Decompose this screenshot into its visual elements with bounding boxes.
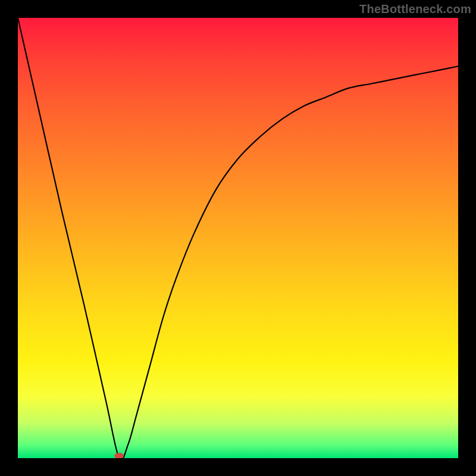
curve-line	[18, 18, 458, 458]
attribution-label: TheBottleneck.com	[359, 2, 471, 16]
curve-svg	[18, 18, 458, 458]
chart-frame: TheBottleneck.com	[0, 0, 476, 476]
plot-area	[18, 18, 458, 458]
min-marker	[114, 453, 124, 458]
